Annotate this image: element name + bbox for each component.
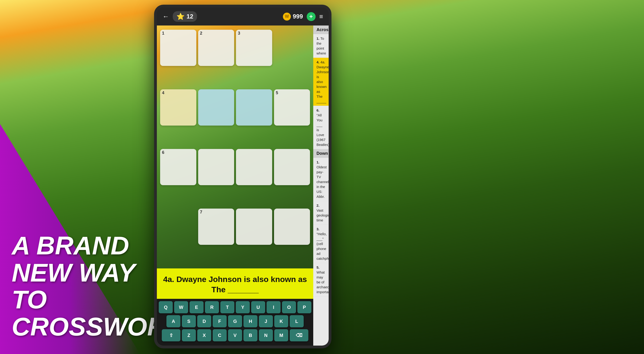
key-shift[interactable]: ⇧ bbox=[162, 329, 180, 341]
keyboard-row-3: ⇧ Z X C V B N M ⌫ bbox=[159, 329, 312, 341]
clue-down-2[interactable]: 2. Vast geological time bbox=[313, 201, 329, 225]
key-I[interactable]: I bbox=[266, 301, 280, 313]
game-area: 1 2 3 4 bbox=[157, 26, 329, 345]
key-Q[interactable]: Q bbox=[159, 301, 173, 313]
cell-1-3[interactable]: 3 bbox=[236, 30, 272, 66]
full-screenshot: A BRAND NEW WAY TO CROSSWORD! ← ⭐ 12 W 9… bbox=[0, 0, 644, 354]
tagline-line2: NEW WAY TO bbox=[12, 258, 135, 314]
clue-across-1[interactable]: 1. To the point where bbox=[313, 34, 329, 58]
down-header: Down bbox=[313, 149, 329, 158]
star-icon: ⭐ bbox=[176, 13, 185, 20]
key-G[interactable]: G bbox=[228, 315, 242, 327]
key-D[interactable]: D bbox=[197, 315, 211, 327]
tablet-screen: ← ⭐ 12 W 999 + ≡ bbox=[157, 8, 329, 345]
star-score-container: ⭐ 12 bbox=[173, 11, 197, 22]
key-U[interactable]: U bbox=[251, 301, 265, 313]
menu-button[interactable]: ≡ bbox=[319, 13, 323, 20]
cell-2-2-blue[interactable] bbox=[198, 89, 234, 126]
clue-panel: Across 1. To the point where 4. 4a. Dway… bbox=[313, 26, 329, 345]
cell-4-3[interactable] bbox=[236, 209, 272, 245]
app-header: ← ⭐ 12 W 999 + ≡ bbox=[157, 8, 329, 26]
key-B[interactable]: B bbox=[244, 329, 258, 341]
clue-across-6[interactable]: 6. "All You ___ is Love (1967 Beatles) bbox=[313, 106, 329, 149]
cell-4-4[interactable] bbox=[274, 209, 310, 245]
bottom-clue-area: 4a. Dwayne Johnson is also known as The … bbox=[157, 268, 313, 299]
header-left: ← ⭐ 12 bbox=[162, 11, 197, 22]
grid-section: 1 2 3 4 bbox=[157, 26, 313, 345]
keyboard: Q W E R T Y U I O P A bbox=[157, 299, 313, 345]
key-X[interactable]: X bbox=[197, 329, 211, 341]
cell-2-1-yellow[interactable]: 4 bbox=[160, 89, 196, 126]
coin-score-value: 999 bbox=[293, 13, 303, 20]
cell-2-4[interactable]: 5 bbox=[274, 89, 310, 126]
cell-1-2[interactable]: 2 bbox=[198, 30, 234, 66]
key-V[interactable]: V bbox=[228, 329, 242, 341]
cell-3-4[interactable] bbox=[274, 149, 310, 185]
cell-4-1-empty bbox=[160, 209, 196, 245]
clue-down-3[interactable]: 3. "Hello, ___" (cell phone ad catchphra… bbox=[313, 225, 329, 263]
key-N[interactable]: N bbox=[259, 329, 273, 341]
key-J[interactable]: J bbox=[259, 315, 273, 327]
back-button[interactable]: ← bbox=[162, 13, 169, 20]
keyboard-row-2: A S D F G H J K L bbox=[159, 315, 312, 327]
cell-4-2[interactable]: 7 bbox=[198, 209, 234, 245]
coin-icon: W bbox=[283, 13, 291, 21]
key-K[interactable]: K bbox=[274, 315, 288, 327]
key-W[interactable]: W bbox=[174, 301, 188, 313]
cell-3-3[interactable] bbox=[236, 149, 272, 185]
clue-across-4[interactable]: 4. 4a. Dwayne Johnson is also known as T… bbox=[313, 58, 329, 106]
key-H[interactable]: H bbox=[244, 315, 258, 327]
tablet-device: ← ⭐ 12 W 999 + ≡ bbox=[154, 5, 332, 348]
coin-score-container: W 999 bbox=[283, 13, 303, 21]
crossword-grid: 1 2 3 4 bbox=[157, 26, 313, 268]
key-E[interactable]: E bbox=[190, 301, 204, 313]
key-Y[interactable]: Y bbox=[236, 301, 250, 313]
cell-3-1[interactable]: 6 bbox=[160, 149, 196, 185]
tagline-line1: A BRAND bbox=[12, 231, 129, 260]
cell-1-1[interactable]: 1 bbox=[160, 30, 196, 66]
star-score-value: 12 bbox=[186, 13, 193, 20]
key-backspace[interactable]: ⌫ bbox=[290, 329, 308, 341]
header-right: W 999 + ≡ bbox=[283, 12, 323, 21]
key-F[interactable]: F bbox=[213, 315, 227, 327]
key-T[interactable]: T bbox=[220, 301, 234, 313]
key-A[interactable]: A bbox=[166, 315, 180, 327]
key-R[interactable]: R bbox=[205, 301, 219, 313]
keyboard-row-1: Q W E R T Y U I O P bbox=[159, 301, 312, 313]
bottom-clue-text: 4a. Dwayne Johnson is also known as The … bbox=[162, 274, 308, 295]
key-C[interactable]: C bbox=[213, 329, 227, 341]
cell-1-4-empty bbox=[274, 30, 310, 66]
tagline-text: A BRAND NEW WAY TO CROSSWORD! bbox=[12, 232, 147, 340]
key-S[interactable]: S bbox=[182, 315, 196, 327]
across-header: Across bbox=[313, 26, 329, 34]
key-M[interactable]: M bbox=[274, 329, 288, 341]
add-coins-button[interactable]: + bbox=[307, 12, 316, 21]
cell-2-3-blue[interactable] bbox=[236, 89, 272, 126]
key-L[interactable]: L bbox=[290, 315, 304, 327]
cell-3-2[interactable] bbox=[198, 149, 234, 185]
key-P[interactable]: P bbox=[297, 301, 312, 313]
key-O[interactable]: O bbox=[282, 301, 296, 313]
clue-down-1[interactable]: 1. Oldest pay-TV channel in the US: Abbr… bbox=[313, 158, 329, 201]
key-Z[interactable]: Z bbox=[182, 329, 196, 341]
clue-down-5[interactable]: 5. What may be of archaeological importa… bbox=[313, 263, 329, 296]
